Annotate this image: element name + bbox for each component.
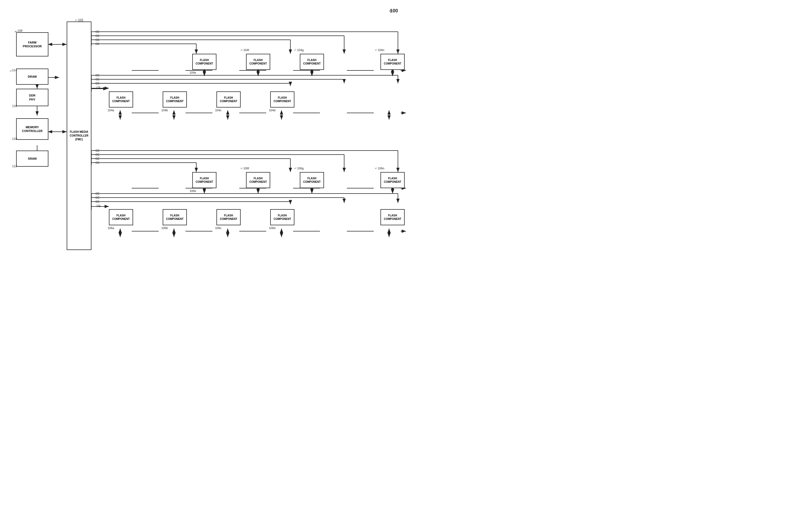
flash-106c-label: FLASHCOMPONENT [220, 214, 237, 221]
dram-bracket: ⌐ [10, 68, 12, 73]
flash-104b-ref: 104b [161, 109, 168, 112]
sram-box: SRAM [16, 151, 49, 167]
flash-106g-label: FLASHCOMPONENT [303, 177, 321, 184]
flash-106n-top-ref: 106n [378, 167, 384, 170]
flash-104g-bracket: ⌐ [294, 48, 296, 52]
fmc-ref: 102 [78, 18, 83, 22]
flash-104a-ref: 104a [108, 109, 114, 112]
flash-104n-bracket: ⌐ [375, 48, 377, 52]
flash-104b-box: FLASHCOMPONENT [163, 91, 187, 108]
flash-104b-label: FLASHCOMPONENT [166, 96, 184, 103]
flash-104g-label: FLASHCOMPONENT [303, 58, 321, 65]
ce-label-b1: CE [95, 149, 99, 152]
flash-106c-box: FLASHCOMPONENT [216, 209, 241, 225]
flash-106e-label: FLASHCOMPONENT [196, 177, 213, 184]
ce-label-m3: CE [95, 82, 99, 85]
sram-label: SRAM [28, 157, 36, 160]
ce-label-bm4: -CE [95, 204, 100, 208]
flash-106b-label: FLASHCOMPONENT [166, 214, 184, 221]
ce-label-t3: CE [95, 38, 99, 41]
memory-controller-label: MEMORYCONTROLLER [22, 125, 42, 133]
flash-106d-ref: 106d [269, 226, 275, 230]
flash-106b-box: FLASHCOMPONENT [163, 209, 187, 225]
fmc-box: FLASH MEDIACONTROLLER(FMC) [67, 22, 91, 250]
farm-processor-box: FARMPROCESSOR [16, 32, 49, 56]
flash-104d-ref: 104d [269, 109, 275, 112]
flash-104f-ref: 104f [243, 49, 249, 52]
flash-106f-bracket: ⌐ [241, 166, 243, 170]
flash-106f-box: FLASHCOMPONENT [246, 172, 270, 188]
flash-104f-box: FLASHCOMPONENT [246, 54, 270, 70]
flash-106d-label: FLASHCOMPONENT [274, 214, 291, 221]
dram-box: DRAM [16, 68, 49, 85]
flash-104c-box: FLASHCOMPONENT [216, 91, 241, 108]
ce-label-m2: CE [95, 78, 99, 81]
ce-label-t2: CE [95, 34, 99, 37]
flash-104a-label: FLASHCOMPONENT [112, 96, 130, 103]
flash-104a-box: FLASHCOMPONENT [109, 91, 133, 108]
ce-label-bm3: CE [95, 200, 99, 203]
flash-106a-label: FLASHCOMPONENT [112, 214, 130, 221]
flash-104e-box: FLASHCOMPONENT [192, 54, 216, 70]
flash-104e-ref: 104e [190, 71, 196, 74]
flash-104g-ref: 104g [297, 49, 303, 52]
sram-ref: 112 [12, 164, 17, 168]
flash-106f-ref: 106f [243, 167, 249, 170]
ddr-phy-label: DDRPHY [29, 94, 35, 101]
farm-processor-ref: 108 [18, 29, 22, 32]
flash-106n-top-box: FLASHCOMPONENT [380, 172, 405, 188]
ce-label-m4: -CE [95, 86, 100, 89]
flash-106n-top-label: FLASHCOMPONENT [384, 177, 401, 184]
ce-label-m1: CE [95, 74, 99, 77]
figure-bracket: ⌐ [389, 7, 393, 14]
ce-label-bm1: CE [95, 192, 99, 195]
flash-106e-ref: 106e [190, 189, 196, 192]
flash-106n-top-bracket: ⌐ [375, 166, 377, 170]
flash-104c-label: FLASHCOMPONENT [220, 96, 237, 103]
ce-label-b4: CE [95, 161, 99, 164]
flash-106n-bot-box: FLASHCOMPONENT [380, 209, 405, 225]
flash-104g-box: FLASHCOMPONENT [300, 54, 324, 70]
flash-106g-ref: 106g [297, 167, 303, 170]
flash-104f-label: FLASHCOMPONENT [250, 58, 267, 65]
flash-106a-ref: 106a [108, 226, 114, 230]
ddr-phy-box: DDRPHY [16, 89, 49, 106]
flash-106a-box: FLASHCOMPONENT [109, 209, 133, 225]
flash-104d-label: FLASHCOMPONENT [274, 96, 291, 103]
fmc-label: FLASH MEDIACONTROLLER(FMC) [70, 130, 88, 142]
flash-104n-label: FLASHCOMPONENT [384, 58, 401, 65]
flash-104n-ref: 104n [378, 49, 384, 52]
dram-label: DRAM [28, 75, 37, 79]
memory-controller-ref: 110 [12, 137, 17, 140]
flash-106g-bracket: ⌐ [294, 166, 296, 170]
flash-106e-box: FLASHCOMPONENT [192, 172, 216, 188]
ce-label-t4: CE [95, 42, 99, 46]
ce-label-b2: CE [95, 153, 99, 156]
memory-controller-box: MEMORYCONTROLLER [16, 118, 49, 140]
flash-106f-label: FLASHCOMPONENT [250, 177, 267, 184]
flash-106b-ref: 106b [161, 226, 168, 230]
fmc-bracket: ⌐ [75, 18, 78, 22]
farm-processor-label: FARMPROCESSOR [23, 40, 42, 49]
flash-104c-ref: 104c [215, 109, 222, 112]
flash-106n-bot-label: FLASHCOMPONENT [384, 214, 401, 221]
farm-processor-bracket: ⌐ [15, 29, 17, 34]
flash-106c-ref: 106c [215, 226, 222, 230]
flash-104d-box: FLASHCOMPONENT [270, 91, 294, 108]
ce-label-b3: CE [95, 157, 99, 160]
flash-104f-bracket: ⌐ [241, 48, 243, 52]
flash-106d-box: FLASHCOMPONENT [270, 209, 294, 225]
dram-ref: 114 [12, 68, 17, 72]
flash-104n-box: FLASHCOMPONENT [380, 54, 405, 70]
ddr-phy-ref: 116 [12, 104, 17, 108]
ce-label-t1: CE [95, 30, 99, 33]
flash-106g-box: FLASHCOMPONENT [300, 172, 324, 188]
flash-104e-label: FLASHCOMPONENT [196, 58, 213, 65]
ce-label-bm2: CE [95, 196, 99, 199]
